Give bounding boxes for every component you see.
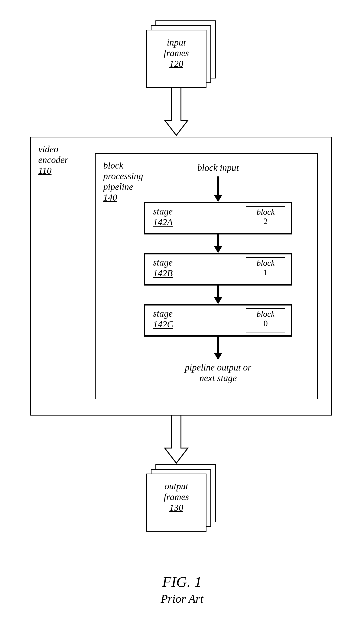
arrow-to-stage-a-line — [218, 176, 219, 195]
arrow-to-stage-a-head — [214, 195, 222, 202]
pipeline-output-line2: next stage — [199, 373, 237, 383]
block-input-label: block input — [183, 163, 253, 173]
input-frames-num: 120 — [169, 59, 183, 69]
input-frames-line1: input — [167, 37, 186, 48]
output-frames-line2: frames — [164, 492, 189, 502]
stage-c-num: 142C — [153, 319, 173, 329]
stage-a-block-num: 2 — [264, 217, 268, 226]
video-encoder-line1: video — [38, 144, 58, 154]
figure-subtitle-text: Prior Art — [161, 592, 204, 605]
arrow-encoder-to-output — [162, 415, 190, 464]
video-encoder-label: video encoder 110 — [38, 144, 68, 176]
stage-a-text: stage — [153, 206, 172, 217]
stage-a-label: stage 142A — [153, 206, 172, 228]
figure-subtitle: Prior Art — [0, 592, 364, 605]
arrow-b-to-c-head — [214, 297, 222, 304]
figure-title: FIG. 1 — [0, 573, 364, 590]
stage-b-block-label: block — [256, 258, 275, 268]
input-frames-label: input frames 120 — [148, 37, 204, 69]
stage-c-block: block 0 — [246, 308, 285, 332]
stage-b-label: stage 142B — [153, 257, 172, 279]
stage-a-num: 142A — [153, 217, 172, 227]
stage-b-num: 142B — [153, 268, 172, 278]
stage-a-block: block 2 — [246, 206, 285, 230]
pipeline-line2: processing — [103, 171, 143, 181]
output-frames-line1: output — [164, 481, 188, 491]
video-encoder-line2: encoder — [38, 155, 68, 165]
pipeline-output-label: pipeline output or next stage — [162, 362, 274, 383]
stage-b-block-num: 1 — [264, 268, 268, 277]
block-input-text: block input — [198, 163, 239, 173]
video-encoder-num: 110 — [38, 165, 52, 176]
pipeline-num: 140 — [103, 192, 117, 203]
arrow-c-to-out-head — [214, 353, 222, 360]
stage-a-block-label: block — [256, 207, 275, 217]
output-frames-label: output frames 130 — [148, 481, 204, 513]
arrow-a-to-b-head — [214, 246, 222, 253]
pipeline-line1: block — [103, 160, 124, 171]
arrow-c-to-out-line — [218, 337, 219, 353]
arrow-a-to-b-line — [218, 234, 219, 246]
stage-c-block-num: 0 — [264, 319, 268, 328]
stage-c-text: stage — [153, 308, 172, 319]
pipeline-line3: pipeline — [103, 182, 133, 192]
output-frames-num: 130 — [169, 502, 183, 513]
stage-b-block: block 1 — [246, 257, 285, 281]
figure-title-text: FIG. 1 — [162, 574, 202, 590]
pipeline-output-line1: pipeline output or — [185, 362, 252, 373]
input-frames-line2: frames — [164, 48, 189, 58]
pipeline-label: block processing pipeline 140 — [103, 160, 143, 203]
diagram-canvas: input frames 120 video encoder 110 block… — [0, 0, 364, 637]
stage-c-block-label: block — [256, 309, 275, 319]
stage-c-label: stage 142C — [153, 308, 173, 330]
arrow-b-to-c-line — [218, 286, 219, 297]
arrow-input-to-encoder — [162, 88, 190, 137]
stage-b-text: stage — [153, 257, 172, 268]
